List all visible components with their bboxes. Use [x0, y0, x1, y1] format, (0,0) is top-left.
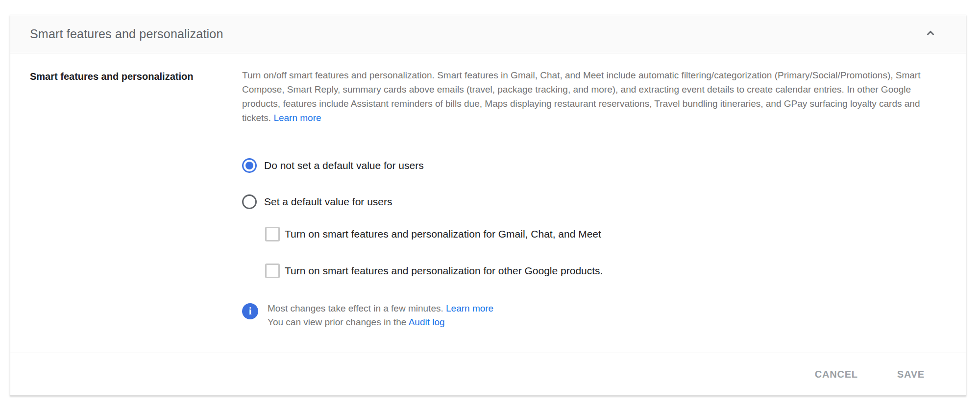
cancel-button[interactable]: CANCEL — [809, 364, 864, 385]
setting-description-text: Turn on/off smart features and personali… — [242, 70, 920, 123]
info-note-text: Most changes take effect in a few minute… — [268, 302, 493, 329]
checkbox-option-label[interactable]: Turn on smart features and personalizati… — [285, 228, 601, 240]
radio-option-no-default[interactable]: Do not set a default value for users — [242, 158, 966, 173]
info-note: i Most changes take effect in a few minu… — [242, 302, 966, 329]
setting-content-column: Turn on/off smart features and personali… — [242, 53, 966, 353]
setting-description: Turn on/off smart features and personali… — [242, 68, 928, 125]
learn-more-link-note[interactable]: Learn more — [446, 303, 493, 313]
radio-unselected-icon[interactable] — [242, 194, 257, 209]
smart-features-settings-card: Smart features and personalization Smart… — [10, 15, 966, 396]
info-note-line-1: Most changes take effect in a few minute… — [268, 302, 493, 315]
checkbox-option-other-google-products[interactable]: Turn on smart features and personalizati… — [265, 264, 966, 278]
chevron-up-icon — [924, 26, 937, 42]
learn-more-link-description[interactable]: Learn more — [273, 113, 321, 123]
checkbox-option-label[interactable]: Turn on smart features and personalizati… — [285, 265, 603, 277]
section-body: Smart features and personalization Turn … — [10, 53, 966, 353]
setting-label: Smart features and personalization — [30, 71, 232, 82]
checkbox-unchecked-icon[interactable] — [265, 264, 280, 278]
section-header[interactable]: Smart features and personalization — [10, 15, 966, 53]
audit-log-link[interactable]: Audit log — [409, 317, 445, 327]
radio-selected-icon[interactable] — [242, 158, 257, 173]
radio-option-label[interactable]: Set a default value for users — [264, 196, 392, 208]
checkbox-option-gmail-chat-meet[interactable]: Turn on smart features and personalizati… — [265, 227, 966, 241]
section-footer: CANCEL SAVE — [10, 353, 966, 395]
collapse-section-button[interactable] — [921, 24, 940, 44]
checkbox-unchecked-icon[interactable] — [265, 227, 280, 241]
save-button[interactable]: SAVE — [891, 364, 931, 385]
section-title: Smart features and personalization — [30, 27, 223, 41]
info-note-line-2: You can view prior changes in the Audit … — [268, 315, 493, 329]
info-note-line2-text: You can view prior changes in the — [268, 317, 409, 327]
info-icon: i — [242, 303, 258, 319]
info-note-line1-text: Most changes take effect in a few minute… — [268, 303, 446, 313]
radio-option-set-default[interactable]: Set a default value for users — [242, 194, 966, 209]
setting-label-column: Smart features and personalization — [10, 53, 242, 353]
radio-option-label[interactable]: Do not set a default value for users — [264, 160, 424, 171]
